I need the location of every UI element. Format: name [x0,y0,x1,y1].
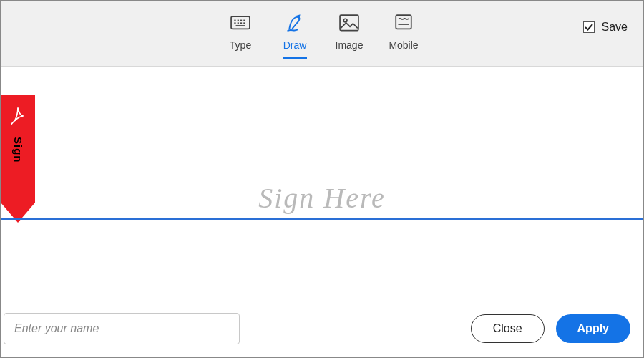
save-label: Save [602,21,628,34]
signature-baseline [1,218,643,220]
tab-label: Type [230,39,251,51]
name-input[interactable] [4,313,240,344]
svg-point-11 [343,19,347,22]
tab-label: Draw [283,39,307,51]
mobile-icon [394,14,414,32]
save-signature-toggle[interactable]: Save [583,21,628,34]
close-button[interactable]: Close [471,314,545,343]
checkbox-checked-icon [583,21,595,33]
signature-canvas[interactable]: Sign Sign Here [1,67,643,289]
flag-body: Sign [1,95,35,203]
tab-label: Image [336,39,364,51]
svg-rect-10 [340,15,358,31]
tab-type[interactable]: Type [221,14,260,58]
image-icon [339,14,359,32]
svg-rect-12 [396,15,411,29]
signature-tabs: Type Draw Image [221,1,423,66]
footer-buttons: Close Apply [471,314,630,343]
adobe-pdf-icon [9,105,27,127]
tab-label: Mobile [389,39,418,51]
signature-toolbar: Type Draw Image [1,1,643,67]
tab-mobile[interactable]: Mobile [384,14,423,58]
apply-button[interactable]: Apply [556,314,630,343]
tab-image[interactable]: Image [330,14,369,58]
pen-icon [285,14,305,32]
signature-placeholder: Sign Here [258,181,386,215]
dialog-footer: Close Apply [1,313,643,344]
sign-here-flag: Sign [1,95,35,224]
keyboard-icon [230,14,250,32]
tab-draw[interactable]: Draw [275,14,314,58]
flag-label: Sign [12,137,24,163]
